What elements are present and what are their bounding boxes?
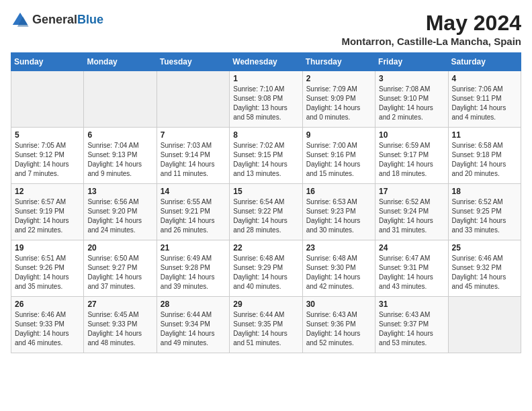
cell-info: Sunrise: 6:48 AMSunset: 9:29 PMDaylight:… [233, 255, 287, 290]
cell-info: Sunrise: 6:55 AMSunset: 9:21 PMDaylight:… [161, 198, 215, 234]
day-number: 27 [87, 300, 152, 309]
day-number: 22 [233, 243, 298, 253]
cell-info: Sunrise: 7:10 AMSunset: 9:08 PMDaylight:… [233, 85, 287, 121]
day-number: 20 [87, 243, 152, 253]
cell-info: Sunrise: 6:43 AMSunset: 9:36 PMDaylight:… [306, 311, 361, 347]
cell-info: Sunrise: 6:45 AMSunset: 9:33 PMDaylight:… [87, 311, 142, 347]
calendar-cell: 31Sunrise: 6:43 AMSunset: 9:37 PMDayligh… [375, 297, 448, 353]
title-block: May 2024 Montarron, Castille-La Mancha, … [341, 11, 521, 47]
cell-info: Sunrise: 6:49 AMSunset: 9:28 PMDaylight:… [161, 255, 215, 290]
cell-info: Sunrise: 7:06 AMSunset: 9:11 PMDaylight:… [452, 85, 506, 121]
cell-info: Sunrise: 6:59 AMSunset: 9:17 PMDaylight:… [379, 142, 433, 177]
day-number: 23 [306, 243, 371, 253]
calendar-cell: 25Sunrise: 6:46 AMSunset: 9:32 PMDayligh… [448, 240, 521, 297]
day-of-week-header: Monday [84, 53, 157, 71]
calendar-week-row: 19Sunrise: 6:51 AMSunset: 9:26 PMDayligh… [11, 240, 521, 297]
day-number: 1 [233, 74, 298, 83]
cell-info: Sunrise: 6:58 AMSunset: 9:18 PMDaylight:… [452, 142, 506, 177]
calendar-cell: 23Sunrise: 6:48 AMSunset: 9:30 PMDayligh… [302, 240, 375, 297]
day-number: 24 [379, 243, 444, 253]
day-of-week-header: Friday [375, 53, 448, 71]
day-number: 10 [379, 130, 444, 140]
calendar-cell: 28Sunrise: 6:44 AMSunset: 9:34 PMDayligh… [157, 297, 229, 353]
logo-icon [11, 11, 30, 30]
calendar-cell: 9Sunrise: 7:00 AMSunset: 9:16 PMDaylight… [302, 128, 375, 184]
calendar-cell [157, 71, 229, 128]
day-number: 12 [15, 187, 80, 196]
day-of-week-header: Thursday [302, 53, 375, 71]
cell-info: Sunrise: 6:56 AMSunset: 9:20 PMDaylight:… [87, 198, 142, 234]
calendar-cell: 12Sunrise: 6:57 AMSunset: 9:19 PMDayligh… [11, 184, 84, 240]
cell-info: Sunrise: 7:00 AMSunset: 9:16 PMDaylight:… [306, 142, 361, 177]
day-of-week-header: Wednesday [230, 53, 302, 71]
calendar-cell: 18Sunrise: 6:52 AMSunset: 9:25 PMDayligh… [448, 184, 521, 240]
logo-general: General [32, 13, 77, 27]
calendar-cell: 24Sunrise: 6:47 AMSunset: 9:31 PMDayligh… [375, 240, 448, 297]
day-number: 13 [87, 187, 152, 196]
calendar-cell: 10Sunrise: 6:59 AMSunset: 9:17 PMDayligh… [375, 128, 448, 184]
calendar-cell: 26Sunrise: 6:46 AMSunset: 9:33 PMDayligh… [11, 297, 84, 353]
day-number: 4 [452, 74, 517, 83]
day-number: 6 [87, 130, 152, 140]
calendar-cell: 8Sunrise: 7:02 AMSunset: 9:15 PMDaylight… [230, 128, 302, 184]
calendar-title: May 2024 [341, 11, 521, 36]
cell-info: Sunrise: 6:47 AMSunset: 9:31 PMDaylight:… [379, 255, 433, 290]
cell-info: Sunrise: 6:50 AMSunset: 9:27 PMDaylight:… [87, 255, 142, 290]
logo-blue: Blue [77, 13, 103, 27]
calendar-location: Montarron, Castille-La Mancha, Spain [341, 36, 521, 47]
calendar-cell: 11Sunrise: 6:58 AMSunset: 9:18 PMDayligh… [448, 128, 521, 184]
day-number: 31 [379, 300, 444, 309]
day-number: 3 [379, 74, 444, 83]
calendar-cell: 27Sunrise: 6:45 AMSunset: 9:33 PMDayligh… [84, 297, 157, 353]
calendar-cell: 1Sunrise: 7:10 AMSunset: 9:08 PMDaylight… [230, 71, 302, 128]
calendar-cell: 5Sunrise: 7:05 AMSunset: 9:12 PMDaylight… [11, 128, 84, 184]
cell-info: Sunrise: 7:02 AMSunset: 9:15 PMDaylight:… [233, 142, 287, 177]
cell-info: Sunrise: 6:44 AMSunset: 9:35 PMDaylight:… [233, 311, 287, 347]
cell-info: Sunrise: 7:05 AMSunset: 9:12 PMDaylight:… [15, 142, 69, 177]
calendar-cell: 3Sunrise: 7:08 AMSunset: 9:10 PMDaylight… [375, 71, 448, 128]
page-header: GeneralBlue May 2024 Montarron, Castille… [11, 11, 521, 47]
day-number: 19 [15, 243, 80, 253]
day-number: 29 [233, 300, 298, 309]
cell-info: Sunrise: 6:57 AMSunset: 9:19 PMDaylight:… [15, 198, 69, 234]
day-number: 11 [452, 130, 517, 140]
calendar-week-row: 12Sunrise: 6:57 AMSunset: 9:19 PMDayligh… [11, 184, 521, 240]
cell-info: Sunrise: 6:51 AMSunset: 9:26 PMDaylight:… [15, 255, 69, 290]
calendar-week-row: 5Sunrise: 7:05 AMSunset: 9:12 PMDaylight… [11, 128, 521, 184]
calendar-cell: 7Sunrise: 7:03 AMSunset: 9:14 PMDaylight… [157, 128, 229, 184]
cell-info: Sunrise: 6:52 AMSunset: 9:24 PMDaylight:… [379, 198, 433, 234]
calendar-week-row: 26Sunrise: 6:46 AMSunset: 9:33 PMDayligh… [11, 297, 521, 353]
day-number: 7 [161, 130, 226, 140]
day-of-week-header: Tuesday [157, 53, 229, 71]
day-number: 2 [306, 74, 371, 83]
day-number: 8 [233, 130, 298, 140]
logo: GeneralBlue [11, 11, 103, 30]
day-number: 25 [452, 243, 517, 253]
day-number: 15 [233, 187, 298, 196]
day-of-week-header: Saturday [448, 53, 521, 71]
calendar-cell: 29Sunrise: 6:44 AMSunset: 9:35 PMDayligh… [230, 297, 302, 353]
cell-info: Sunrise: 6:46 AMSunset: 9:33 PMDaylight:… [15, 311, 69, 347]
day-number: 21 [161, 243, 226, 253]
calendar-cell: 13Sunrise: 6:56 AMSunset: 9:20 PMDayligh… [84, 184, 157, 240]
cell-info: Sunrise: 6:43 AMSunset: 9:37 PMDaylight:… [379, 311, 433, 347]
calendar-cell: 4Sunrise: 7:06 AMSunset: 9:11 PMDaylight… [448, 71, 521, 128]
day-number: 26 [15, 300, 80, 309]
cell-info: Sunrise: 6:48 AMSunset: 9:30 PMDaylight:… [306, 255, 361, 290]
calendar-cell [11, 71, 84, 128]
calendar-cell: 2Sunrise: 7:09 AMSunset: 9:09 PMDaylight… [302, 71, 375, 128]
calendar-week-row: 1Sunrise: 7:10 AMSunset: 9:08 PMDaylight… [11, 71, 521, 128]
logo-text: GeneralBlue [32, 13, 103, 27]
calendar-cell: 21Sunrise: 6:49 AMSunset: 9:28 PMDayligh… [157, 240, 229, 297]
day-number: 28 [161, 300, 226, 309]
day-number: 5 [15, 130, 80, 140]
calendar-header-row: SundayMondayTuesdayWednesdayThursdayFrid… [11, 53, 521, 71]
cell-info: Sunrise: 7:04 AMSunset: 9:13 PMDaylight:… [87, 142, 142, 177]
day-number: 9 [306, 130, 371, 140]
calendar-cell: 15Sunrise: 6:54 AMSunset: 9:22 PMDayligh… [230, 184, 302, 240]
calendar-cell: 17Sunrise: 6:52 AMSunset: 9:24 PMDayligh… [375, 184, 448, 240]
day-number: 17 [379, 187, 444, 196]
cell-info: Sunrise: 6:46 AMSunset: 9:32 PMDaylight:… [452, 255, 506, 290]
calendar-cell: 6Sunrise: 7:04 AMSunset: 9:13 PMDaylight… [84, 128, 157, 184]
cell-info: Sunrise: 7:09 AMSunset: 9:09 PMDaylight:… [306, 85, 361, 121]
